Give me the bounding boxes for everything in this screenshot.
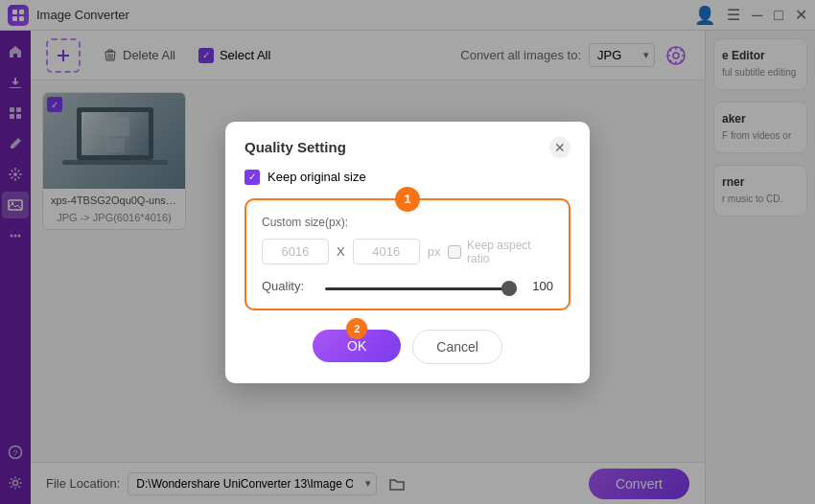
height-input[interactable]	[353, 239, 420, 264]
dialog-title: Quality Setting	[244, 139, 346, 155]
custom-size-label: Custom size(px):	[262, 216, 553, 229]
x-separator: X	[337, 244, 345, 259]
keep-original-checkbox[interactable]: ✓	[244, 170, 260, 185]
quality-row: Quality: 100	[262, 279, 553, 293]
cancel-button[interactable]: Cancel	[412, 330, 502, 364]
step-1-badge: 1	[395, 187, 420, 212]
px-label: px	[428, 244, 441, 259]
quality-label: Quality:	[262, 279, 315, 293]
aspect-ratio-row: Keep aspect ratio	[448, 239, 553, 265]
app-window: Image Converter 👤 ☰ ─ □ ✕	[0, 0, 815, 504]
size-inputs-row: X px Keep aspect ratio	[262, 239, 553, 265]
dialog-close-button[interactable]: ✕	[549, 137, 570, 158]
dialog-footer: 2 OK Cancel	[225, 330, 590, 383]
keep-original-label: Keep original size	[268, 170, 366, 184]
quality-slider-wrap	[325, 279, 517, 293]
quality-value: 100	[526, 279, 553, 293]
custom-size-box: 1 Custom size(px): X px Keep aspect rati…	[244, 198, 570, 310]
aspect-ratio-checkbox[interactable]	[448, 245, 461, 259]
dialog-body: ✓ Keep original size 1 Custom size(px): …	[225, 170, 590, 330]
ok-btn-wrap: 2 OK	[313, 330, 401, 364]
step-2-badge: 2	[346, 318, 367, 339]
width-input[interactable]	[262, 239, 329, 264]
quality-slider[interactable]	[325, 287, 517, 290]
keep-original-row: ✓ Keep original size	[244, 170, 570, 185]
quality-dialog: Quality Setting ✕ ✓ Keep original size 1	[225, 122, 590, 383]
dialog-overlay: Quality Setting ✕ ✓ Keep original size 1	[0, 0, 815, 504]
aspect-ratio-label: Keep aspect ratio	[467, 239, 553, 265]
dialog-header: Quality Setting ✕	[225, 122, 590, 170]
